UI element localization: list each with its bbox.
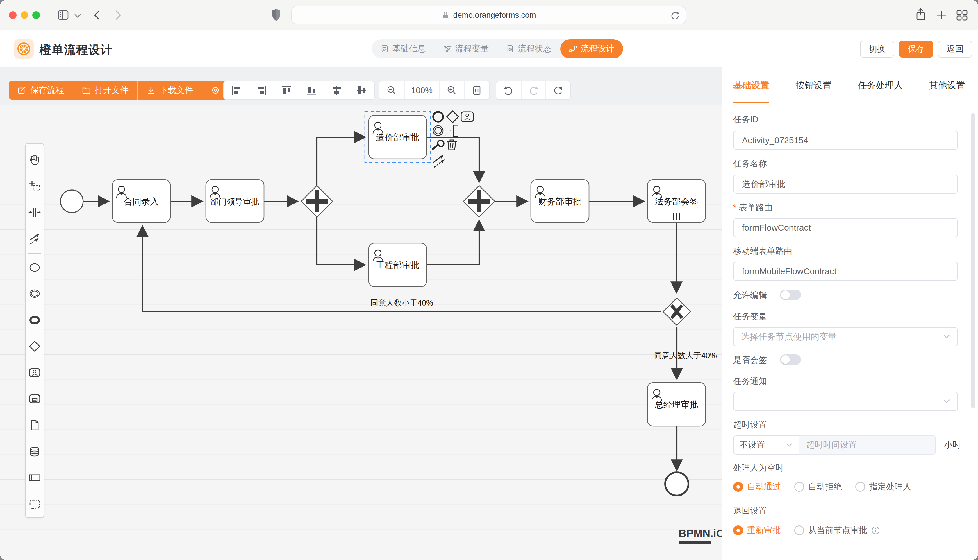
- task-dept-leader-approval[interactable]: 部门领导审批: [206, 180, 264, 222]
- redo-button[interactable]: [521, 81, 546, 99]
- edge-label-lt40[interactable]: 同意人数小于40%: [370, 298, 433, 307]
- zoom-fit-button[interactable]: [464, 81, 489, 99]
- share-icon[interactable]: [914, 8, 927, 22]
- radio-from-current-node[interactable]: 从当前节点审批: [794, 525, 880, 536]
- exclusive-gateway[interactable]: [663, 298, 690, 325]
- tab-task-handler[interactable]: 任务处理人: [858, 67, 903, 103]
- task-general-manager-approval[interactable]: 总经理审批: [647, 383, 705, 426]
- switch-button[interactable]: 切换: [860, 41, 894, 58]
- create-gateway[interactable]: [25, 333, 43, 360]
- sidebar-chevron-icon[interactable]: [74, 13, 81, 18]
- create-subprocess[interactable]: [25, 386, 43, 412]
- open-file-button[interactable]: 打开文件: [73, 81, 137, 100]
- global-connect-tool[interactable]: [25, 226, 43, 252]
- parallel-gateway-split[interactable]: [301, 186, 333, 217]
- tab-button-settings[interactable]: 按钮设置: [796, 67, 831, 103]
- window-minimize-button[interactable]: [21, 11, 28, 19]
- create-document[interactable]: [25, 412, 43, 438]
- countersign-toggle[interactable]: [780, 354, 801, 365]
- timeout-value-input[interactable]: 超时时间设置: [799, 435, 936, 455]
- connect-tool-icon[interactable]: [433, 155, 445, 167]
- timeout-unit: 小时: [944, 439, 961, 451]
- undo-button[interactable]: [496, 81, 521, 99]
- tab-basic-settings[interactable]: 基础设置: [733, 67, 769, 103]
- save-flow-button[interactable]: 保存流程: [9, 81, 73, 100]
- end-event[interactable]: [665, 472, 689, 495]
- zoom-in-button[interactable]: [439, 81, 464, 99]
- append-end-event-icon[interactable]: [433, 112, 443, 122]
- tab-process-variables[interactable]: 流程变量: [435, 39, 497, 58]
- append-gateway-icon[interactable]: [447, 111, 458, 123]
- text-annotation-icon[interactable]: [445, 125, 458, 136]
- radio-auto-approve[interactable]: 自动通过: [733, 481, 781, 493]
- wrench-icon[interactable]: [433, 140, 444, 149]
- group-icon: [28, 498, 41, 511]
- svg-text:部门领导审批: 部门领导审批: [211, 197, 259, 206]
- task-id-input[interactable]: [733, 131, 958, 150]
- trash-icon[interactable]: [446, 140, 457, 150]
- lasso-tool[interactable]: [25, 173, 43, 200]
- align-top-button[interactable]: [274, 81, 299, 99]
- create-group[interactable]: [25, 491, 43, 518]
- forward-button-icon[interactable]: [113, 9, 123, 21]
- parallel-gateway-join[interactable]: [463, 186, 495, 217]
- task-name-input[interactable]: [733, 175, 958, 194]
- panel-scrollbar[interactable]: [971, 113, 975, 408]
- align-bottom-button[interactable]: [299, 81, 324, 99]
- append-task-icon[interactable]: [461, 112, 473, 122]
- radio-assign-handler[interactable]: 指定处理人: [855, 481, 911, 493]
- tab-overview-icon[interactable]: [956, 9, 968, 21]
- align-center-horizontal-button[interactable]: [324, 81, 349, 99]
- allow-edit-toggle[interactable]: [780, 290, 801, 300]
- mobile-route-input[interactable]: [733, 262, 958, 281]
- create-data-store[interactable]: [25, 438, 43, 465]
- create-start-event[interactable]: [25, 254, 43, 281]
- task-legal-dept-countersign[interactable]: 法务部会签: [647, 180, 705, 222]
- back-button-icon[interactable]: [92, 9, 102, 21]
- create-end-event[interactable]: [25, 307, 43, 333]
- redo-icon: [528, 85, 539, 96]
- align-center-vertical-button[interactable]: [349, 81, 374, 99]
- radio-auto-reject[interactable]: 自动拒绝: [794, 481, 842, 493]
- task-contract-entry[interactable]: 合同录入: [112, 180, 171, 222]
- align-left-button[interactable]: [224, 81, 249, 99]
- new-tab-icon[interactable]: [936, 9, 947, 21]
- tab-other-settings[interactable]: 其他设置: [929, 67, 965, 103]
- create-intermediate-event[interactable]: [25, 281, 43, 307]
- edge-label-gt40[interactable]: 同意人数大于40%: [654, 351, 717, 360]
- window-close-button[interactable]: [9, 11, 17, 19]
- task-cost-dept-approval-selected[interactable]: 造价部审批: [365, 112, 430, 163]
- task-notify-select[interactable]: [733, 392, 958, 411]
- radio-icon: [794, 482, 804, 492]
- form-route-input[interactable]: [733, 218, 958, 237]
- append-intermediate-event-icon[interactable]: [433, 126, 443, 136]
- back-button[interactable]: 返回: [938, 41, 972, 58]
- reload-icon[interactable]: [670, 10, 680, 21]
- tab-basic-info[interactable]: 基础信息: [372, 39, 435, 58]
- bpmn-io-logo[interactable]: BPMN.iO: [679, 527, 724, 544]
- start-event[interactable]: [60, 190, 83, 213]
- timeout-mode-select[interactable]: 不设置: [733, 435, 799, 455]
- task-finance-dept-approval[interactable]: 财务部审批: [531, 180, 589, 222]
- task-variable-select[interactable]: 选择任务节点使用的变量: [733, 327, 958, 346]
- radio-restart-approval[interactable]: 重新审批: [733, 525, 781, 536]
- info-icon[interactable]: [871, 526, 880, 535]
- designer-workspace: 同意人数小于40% 同意人数大于40%: [0, 67, 722, 560]
- privacy-shield-icon[interactable]: [270, 8, 282, 22]
- hand-tool[interactable]: [25, 147, 43, 173]
- subprocess-icon: [28, 392, 41, 405]
- save-button[interactable]: 保存: [899, 41, 933, 58]
- align-right-button[interactable]: [249, 81, 274, 99]
- tab-process-design[interactable]: 流程设计: [560, 39, 623, 58]
- sidebar-icon[interactable]: [58, 10, 69, 21]
- space-tool[interactable]: [25, 199, 43, 226]
- create-user-task[interactable]: [25, 360, 43, 386]
- download-file-button[interactable]: 下载文件: [137, 81, 202, 100]
- task-engineering-dept-approval[interactable]: 工程部审批: [369, 243, 427, 287]
- tab-process-status[interactable]: 流程状态: [497, 39, 560, 58]
- zoom-out-button[interactable]: [379, 81, 404, 99]
- address-bar[interactable]: demo.orangeforms.com: [291, 6, 686, 24]
- create-pool[interactable]: [25, 465, 43, 491]
- refresh-button[interactable]: [545, 81, 570, 99]
- window-zoom-button[interactable]: [32, 11, 40, 19]
